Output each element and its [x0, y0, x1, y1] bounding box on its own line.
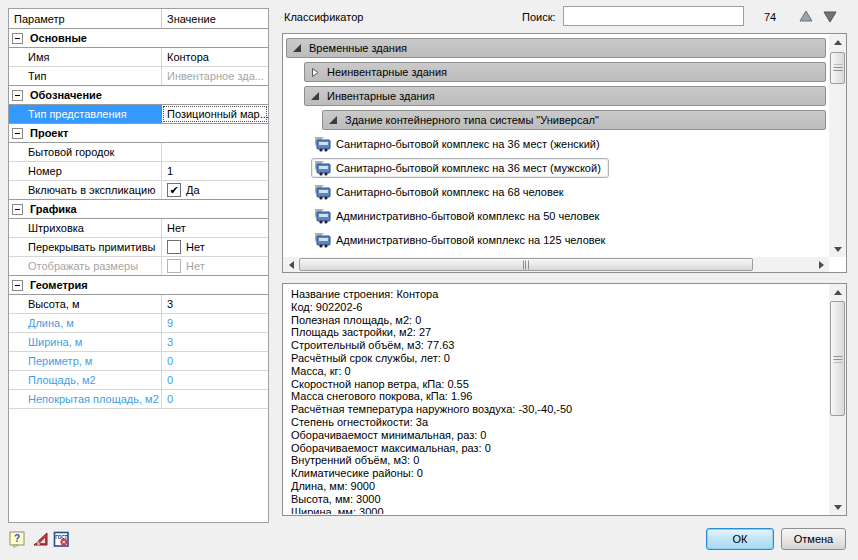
- value-text: 0: [167, 393, 173, 405]
- description-line: Степень огнестойкости: 3а: [291, 416, 828, 429]
- classifier-title: Классификатор: [284, 11, 363, 23]
- property-row[interactable]: ИмяКонтора: [9, 48, 268, 67]
- property-row[interactable]: Высота, м3: [9, 295, 268, 314]
- property-row[interactable]: Бытовой городок: [9, 143, 268, 162]
- property-row[interactable]: Непокрытая площадь, м20: [9, 390, 268, 409]
- scroll-right-icon[interactable]: [813, 257, 829, 272]
- property-row[interactable]: Включать в экспликациюДа: [9, 181, 268, 200]
- tree-group-label: Неинвентарные здания: [327, 66, 447, 78]
- search-prev-icon[interactable]: [798, 9, 814, 24]
- collapse-icon[interactable]: [329, 116, 338, 125]
- property-row[interactable]: Номер1: [9, 162, 268, 181]
- checkbox-unchecked-icon[interactable]: [167, 259, 181, 273]
- param-value[interactable]: Позиционный мар...: [162, 105, 268, 123]
- property-group-row[interactable]: Основные: [9, 28, 268, 48]
- value-text: Нет: [186, 260, 205, 272]
- scroll-left-icon[interactable]: [283, 257, 299, 272]
- param-value[interactable]: Инвентарное зда...: [162, 67, 268, 85]
- collapse-icon[interactable]: [311, 92, 320, 101]
- property-row[interactable]: ШтриховкаНет: [9, 219, 268, 238]
- param-value[interactable]: 3: [162, 295, 268, 313]
- tree-group-row[interactable]: Здание контейнерного типа системы "Униве…: [322, 110, 826, 130]
- property-row[interactable]: Площадь, м20: [9, 371, 268, 390]
- collapse-icon[interactable]: [12, 280, 23, 291]
- param-value[interactable]: 3: [162, 333, 268, 351]
- property-row[interactable]: Длина, м9: [9, 314, 268, 333]
- param-value[interactable]: 0: [162, 352, 268, 370]
- expand-icon[interactable]: [311, 68, 320, 77]
- description-line: Расчётная температура наружного воздуха:…: [291, 403, 828, 416]
- param-value[interactable]: 1: [162, 162, 268, 180]
- property-row[interactable]: Перекрывать примитивыНет: [9, 238, 268, 257]
- scroll-up-icon[interactable]: [829, 284, 846, 300]
- param-value[interactable]: Нет: [162, 219, 268, 237]
- param-label: Площадь, м2: [9, 371, 162, 389]
- property-group-row[interactable]: Обозначение: [9, 85, 268, 105]
- param-value[interactable]: Да: [162, 181, 268, 199]
- property-row[interactable]: Ширина, м3: [9, 333, 268, 352]
- tree-group-row[interactable]: Неинвентарные здания: [304, 62, 826, 82]
- classifier-tree: Временные зданияНеинвентарные зданияИнве…: [284, 34, 828, 256]
- help-icon[interactable]: ?: [9, 531, 26, 548]
- property-group-row[interactable]: Геометрия: [9, 275, 268, 295]
- collapse-icon[interactable]: [12, 33, 23, 44]
- tree-item-row[interactable]: Санитарно-бытовой комплекс на 68 человек: [315, 182, 828, 202]
- description-line: Площадь застройки, м2: 27: [291, 326, 828, 339]
- value-text: 0: [167, 374, 173, 386]
- description-line: Оборачиваемост минимальная, раз: 0: [291, 429, 828, 442]
- tree-horizontal-scrollbar[interactable]: [283, 257, 829, 272]
- description-line: Код: 902202-6: [291, 301, 828, 314]
- checkbox-unchecked-icon[interactable]: [167, 240, 181, 254]
- property-grid-rows: ОсновныеИмяКонтораТипИнвентарное зда...О…: [9, 28, 268, 409]
- collapse-icon[interactable]: [12, 90, 23, 101]
- property-group-row[interactable]: Проект: [9, 123, 268, 143]
- measure-tool-icon[interactable]: [32, 531, 49, 548]
- property-row[interactable]: Тип представленияПозиционный мар...: [9, 105, 268, 124]
- ok-button[interactable]: ОК: [706, 528, 774, 550]
- scroll-down-icon[interactable]: [829, 241, 846, 257]
- description-scrollbar-thumb[interactable]: [830, 301, 845, 416]
- tree-hscrollbar-thumb[interactable]: [299, 258, 753, 271]
- building-icon: [315, 209, 331, 224]
- collapse-icon[interactable]: [293, 44, 302, 53]
- tree-item-row[interactable]: Административно-бытовой комплекс на 125 …: [315, 230, 828, 250]
- tree-scrollbar-thumb[interactable]: [830, 52, 845, 84]
- value-text: Нет: [186, 241, 205, 253]
- property-row[interactable]: Отображать размерыНет: [9, 257, 268, 276]
- property-group-row[interactable]: Графика: [9, 199, 268, 219]
- param-value[interactable]: 0: [162, 390, 268, 408]
- property-row[interactable]: Периметр, м0: [9, 352, 268, 371]
- tree-item-row-selected[interactable]: Санитарно-бытовой комплекс на 36 мест (м…: [311, 158, 609, 178]
- param-value[interactable]: 0: [162, 371, 268, 389]
- search-next-icon[interactable]: [822, 9, 838, 24]
- value-text: 0: [167, 355, 173, 367]
- tree-item-row[interactable]: Санитарно-бытовой комплекс на 36 мест (ж…: [315, 134, 828, 154]
- tree-group-row[interactable]: Временные здания: [286, 38, 826, 58]
- description-text: Название строения: КонтораКод: 902202-6П…: [284, 286, 828, 514]
- property-row[interactable]: ТипИнвентарное зда...: [9, 67, 268, 86]
- search-input[interactable]: [563, 6, 744, 26]
- param-label: Штриховка: [9, 219, 162, 237]
- param-label: Тип: [9, 67, 162, 85]
- scroll-up-icon[interactable]: [829, 34, 846, 50]
- param-value[interactable]: Контора: [162, 48, 268, 66]
- collapse-icon[interactable]: [12, 204, 23, 215]
- tree-vertical-scrollbar[interactable]: [829, 34, 846, 257]
- value-text: 3: [167, 298, 173, 310]
- description-line: Высота, мм: 3000: [291, 493, 828, 506]
- value-text: 9: [167, 317, 173, 329]
- param-value[interactable]: 9: [162, 314, 268, 332]
- gost-settings-icon[interactable]: ГОСТ: [53, 531, 70, 548]
- param-value[interactable]: Нет: [162, 238, 268, 256]
- param-value[interactable]: Нет: [162, 257, 268, 275]
- scroll-down-icon[interactable]: [829, 499, 846, 515]
- tree-group-row[interactable]: Инвентарные здания: [304, 86, 826, 106]
- value-text: Позиционный мар...: [167, 108, 268, 120]
- tree-item-row[interactable]: Административно-бытовой комплекс на 50 ч…: [315, 206, 828, 226]
- collapse-icon[interactable]: [12, 128, 23, 139]
- cancel-button[interactable]: Отмена: [781, 528, 846, 550]
- description-panel: Название строения: КонтораКод: 902202-6П…: [282, 283, 847, 516]
- description-vertical-scrollbar[interactable]: [829, 284, 846, 515]
- checkbox-checked-icon[interactable]: [167, 183, 181, 197]
- param-value[interactable]: [162, 143, 268, 161]
